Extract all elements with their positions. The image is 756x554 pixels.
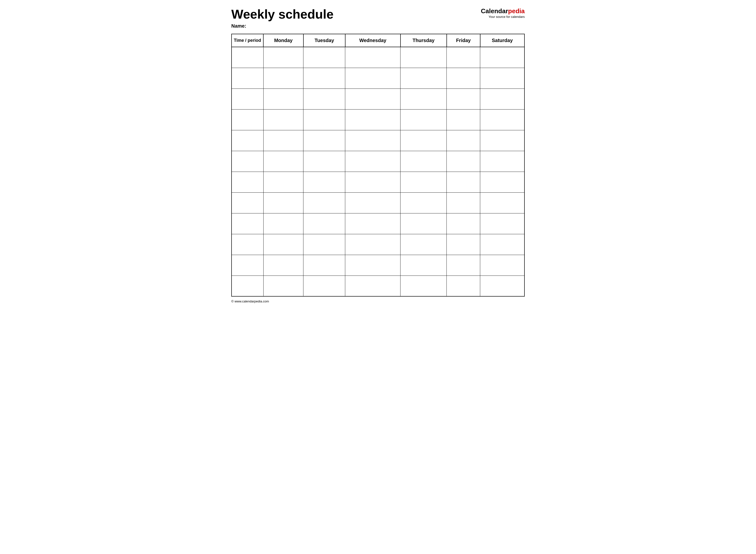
schedule-cell[interactable] bbox=[345, 192, 400, 213]
schedule-cell[interactable] bbox=[304, 255, 345, 276]
schedule-cell[interactable] bbox=[480, 234, 525, 255]
schedule-cell[interactable] bbox=[400, 172, 447, 192]
schedule-cell[interactable] bbox=[480, 68, 525, 89]
schedule-cell[interactable] bbox=[304, 172, 345, 192]
schedule-cell[interactable] bbox=[447, 213, 480, 234]
schedule-cell[interactable] bbox=[345, 89, 400, 109]
time-cell[interactable] bbox=[231, 151, 263, 172]
time-cell[interactable] bbox=[231, 172, 263, 192]
schedule-cell[interactable] bbox=[304, 151, 345, 172]
schedule-cell[interactable] bbox=[263, 151, 304, 172]
table-row bbox=[231, 276, 525, 296]
schedule-cell[interactable] bbox=[345, 68, 400, 89]
schedule-cell[interactable] bbox=[263, 276, 304, 296]
schedule-cell[interactable] bbox=[480, 255, 525, 276]
logo-pedia: pedia bbox=[508, 7, 525, 15]
schedule-cell[interactable] bbox=[400, 276, 447, 296]
schedule-cell[interactable] bbox=[400, 213, 447, 234]
schedule-cell[interactable] bbox=[304, 130, 345, 151]
table-header-row: Time / period Monday Tuesday Wednesday T… bbox=[231, 34, 525, 47]
table-row bbox=[231, 68, 525, 89]
schedule-cell[interactable] bbox=[400, 234, 447, 255]
time-cell[interactable] bbox=[231, 234, 263, 255]
logo-text: Calendarpedia bbox=[481, 7, 525, 15]
schedule-cell[interactable] bbox=[480, 276, 525, 296]
schedule-cell[interactable] bbox=[447, 276, 480, 296]
footer-text: © www.calendarpedia.com bbox=[231, 299, 269, 303]
schedule-cell[interactable] bbox=[263, 213, 304, 234]
time-cell[interactable] bbox=[231, 276, 263, 296]
schedule-cell[interactable] bbox=[304, 276, 345, 296]
schedule-cell[interactable] bbox=[480, 130, 525, 151]
schedule-cell[interactable] bbox=[447, 130, 480, 151]
schedule-cell[interactable] bbox=[263, 89, 304, 109]
schedule-cell[interactable] bbox=[447, 151, 480, 172]
table-row bbox=[231, 109, 525, 130]
schedule-cell[interactable] bbox=[345, 130, 400, 151]
schedule-cell[interactable] bbox=[345, 109, 400, 130]
schedule-cell[interactable] bbox=[304, 47, 345, 68]
schedule-cell[interactable] bbox=[447, 172, 480, 192]
time-cell[interactable] bbox=[231, 255, 263, 276]
schedule-cell[interactable] bbox=[400, 68, 447, 89]
schedule-cell[interactable] bbox=[447, 89, 480, 109]
schedule-cell[interactable] bbox=[345, 172, 400, 192]
schedule-cell[interactable] bbox=[447, 234, 480, 255]
time-cell[interactable] bbox=[231, 47, 263, 68]
col-header-thursday: Thursday bbox=[400, 34, 447, 47]
schedule-cell[interactable] bbox=[480, 151, 525, 172]
time-cell[interactable] bbox=[231, 89, 263, 109]
schedule-cell[interactable] bbox=[304, 68, 345, 89]
schedule-cell[interactable] bbox=[447, 68, 480, 89]
col-header-wednesday: Wednesday bbox=[345, 34, 400, 47]
schedule-cell[interactable] bbox=[447, 255, 480, 276]
schedule-cell[interactable] bbox=[480, 172, 525, 192]
schedule-cell[interactable] bbox=[345, 276, 400, 296]
schedule-cell[interactable] bbox=[400, 151, 447, 172]
schedule-cell[interactable] bbox=[263, 109, 304, 130]
time-cell[interactable] bbox=[231, 130, 263, 151]
time-cell[interactable] bbox=[231, 109, 263, 130]
time-cell[interactable] bbox=[231, 192, 263, 213]
col-header-saturday: Saturday bbox=[480, 34, 525, 47]
schedule-cell[interactable] bbox=[345, 234, 400, 255]
schedule-cell[interactable] bbox=[400, 47, 447, 68]
schedule-cell[interactable] bbox=[480, 192, 525, 213]
schedule-cell[interactable] bbox=[263, 172, 304, 192]
schedule-cell[interactable] bbox=[400, 192, 447, 213]
schedule-cell[interactable] bbox=[263, 255, 304, 276]
schedule-cell[interactable] bbox=[263, 47, 304, 68]
schedule-cell[interactable] bbox=[400, 109, 447, 130]
schedule-cell[interactable] bbox=[304, 213, 345, 234]
name-label: Name: bbox=[231, 23, 481, 29]
schedule-cell[interactable] bbox=[447, 192, 480, 213]
page-wrapper: Weekly schedule Name: Calendarpedia Your… bbox=[231, 7, 525, 303]
logo-calendar: Calendar bbox=[481, 7, 508, 15]
schedule-cell[interactable] bbox=[480, 109, 525, 130]
schedule-cell[interactable] bbox=[400, 89, 447, 109]
schedule-cell[interactable] bbox=[304, 234, 345, 255]
schedule-cell[interactable] bbox=[447, 47, 480, 68]
schedule-cell[interactable] bbox=[480, 47, 525, 68]
table-row bbox=[231, 255, 525, 276]
schedule-cell[interactable] bbox=[263, 234, 304, 255]
time-cell[interactable] bbox=[231, 68, 263, 89]
schedule-cell[interactable] bbox=[345, 151, 400, 172]
schedule-cell[interactable] bbox=[400, 130, 447, 151]
schedule-cell[interactable] bbox=[480, 213, 525, 234]
schedule-cell[interactable] bbox=[304, 192, 345, 213]
schedule-cell[interactable] bbox=[447, 109, 480, 130]
schedule-cell[interactable] bbox=[345, 213, 400, 234]
schedule-cell[interactable] bbox=[400, 255, 447, 276]
schedule-cell[interactable] bbox=[345, 47, 400, 68]
schedule-cell[interactable] bbox=[263, 192, 304, 213]
schedule-cell[interactable] bbox=[304, 109, 345, 130]
schedule-cell[interactable] bbox=[345, 255, 400, 276]
col-header-friday: Friday bbox=[447, 34, 480, 47]
schedule-cell[interactable] bbox=[480, 89, 525, 109]
table-row bbox=[231, 192, 525, 213]
schedule-cell[interactable] bbox=[263, 68, 304, 89]
schedule-cell[interactable] bbox=[263, 130, 304, 151]
time-cell[interactable] bbox=[231, 213, 263, 234]
schedule-cell[interactable] bbox=[304, 89, 345, 109]
